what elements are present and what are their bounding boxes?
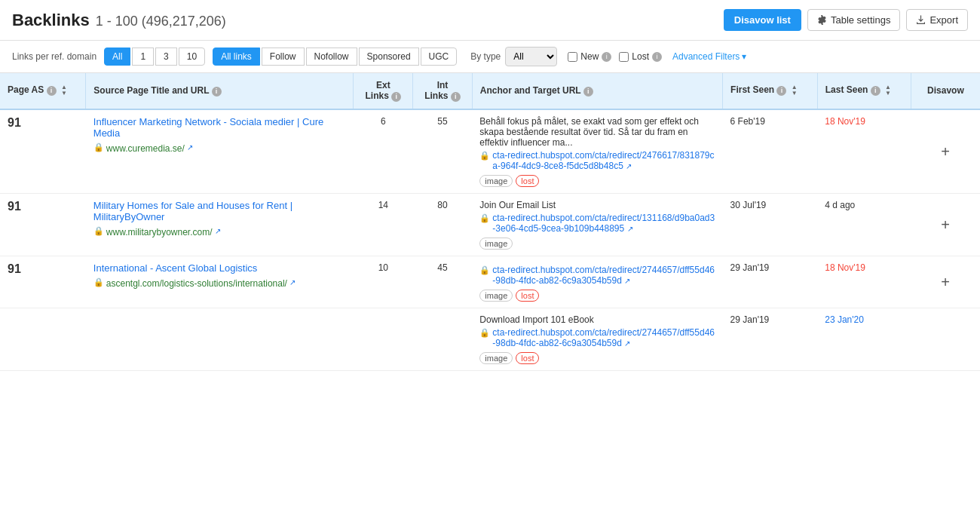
source-info-icon[interactable]: i bbox=[212, 87, 222, 97]
int-links-cell: 45 bbox=[413, 256, 473, 308]
header-count: 1 - 100 (496,217,206) bbox=[96, 14, 226, 29]
page-as-sort[interactable]: ▲▼ bbox=[61, 84, 67, 97]
first-seen-date: 6 Feb'19 bbox=[730, 116, 765, 127]
anchor-url: 🔒 cta-redirect.hubspot.com/cta/redirect/… bbox=[479, 265, 715, 286]
disavow-plus-button[interactable]: + bbox=[941, 217, 950, 232]
tag-lost: lost bbox=[516, 175, 539, 187]
source-title[interactable]: Military Homes for Sale and Houses for R… bbox=[93, 200, 346, 222]
links-per-ref-label: Links per ref. domain bbox=[12, 51, 96, 62]
int-links-info-icon[interactable]: i bbox=[451, 92, 461, 102]
link-type-nofollow-button[interactable]: Nofollow bbox=[306, 48, 357, 66]
first-seen-info-icon[interactable]: i bbox=[776, 86, 786, 96]
col-header-last-seen: Last Seen i ▲▼ bbox=[817, 73, 911, 109]
chevron-down-icon: ▾ bbox=[742, 51, 746, 62]
disavow-cell: + bbox=[911, 109, 980, 194]
new-info-icon[interactable]: i bbox=[602, 52, 611, 62]
export-icon bbox=[916, 15, 926, 25]
last-seen-date: 18 Nov'19 bbox=[825, 262, 865, 273]
external-link-icon[interactable]: ↗ bbox=[187, 143, 193, 152]
first-seen-cell: 29 Jan'19 bbox=[723, 256, 818, 308]
anchor-link: cta-redirect.hubspot.com/cta/redirect/27… bbox=[492, 327, 715, 348]
page-as-cell: 91 bbox=[0, 193, 86, 256]
ext-links-info-icon[interactable]: i bbox=[391, 92, 401, 102]
int-links-cell-extra bbox=[413, 308, 473, 370]
source-url: 🔒 www.militarybyowner.com/ ↗ bbox=[93, 225, 346, 238]
external-link-icon[interactable]: ↗ bbox=[624, 277, 630, 285]
last-seen-info-icon[interactable]: i bbox=[871, 86, 880, 96]
per-ref-3-button[interactable]: 3 bbox=[155, 48, 177, 66]
lost-info-icon[interactable]: i bbox=[652, 52, 662, 62]
link-type-sponsored-button[interactable]: Sponsored bbox=[359, 48, 419, 66]
first-seen-date: 30 Jul'19 bbox=[730, 200, 767, 210]
tag-lost: lost bbox=[516, 352, 539, 364]
page-as-cell: 91 bbox=[0, 109, 86, 194]
external-link-icon[interactable]: ↗ bbox=[289, 278, 296, 287]
page-title: Backlinks bbox=[12, 11, 90, 30]
col-header-int-links: IntLinks i bbox=[413, 73, 473, 109]
anchor-domain[interactable]: cta-redirect.hubspot.com bbox=[492, 213, 592, 223]
disavow-plus-button[interactable]: + bbox=[941, 144, 950, 159]
external-link-icon[interactable]: ↗ bbox=[624, 339, 630, 348]
anchor-domain[interactable]: cta-redirect.hubspot.com bbox=[492, 265, 592, 275]
first-seen-cell-extra: 29 Jan'19 bbox=[723, 308, 818, 370]
header-right: Disavow list Table settings Export bbox=[724, 9, 968, 31]
by-type-select[interactable]: All Text Image Form Frame bbox=[505, 47, 557, 66]
source-url: 🔒 ascentgl.com/logistics-solutions/inter… bbox=[93, 276, 346, 289]
lock-icon: 🔒 bbox=[93, 143, 104, 152]
tag-group: imagelost bbox=[479, 290, 715, 302]
per-ref-1-button[interactable]: 1 bbox=[132, 48, 154, 66]
lost-checkbox[interactable] bbox=[619, 52, 629, 62]
external-link-icon[interactable]: ↗ bbox=[626, 162, 632, 170]
disavow-plus-button[interactable]: + bbox=[941, 274, 950, 290]
lost-label: Lost bbox=[632, 51, 649, 62]
per-ref-all-button[interactable]: All bbox=[104, 48, 130, 66]
source-cell-extra bbox=[86, 308, 354, 370]
table-row: 91 International - Ascent Global Logisti… bbox=[0, 256, 980, 308]
by-type-label: By type bbox=[470, 51, 501, 62]
source-url-link[interactable]: www.curemedia.se/ bbox=[106, 143, 185, 154]
link-type-all-button[interactable]: All links bbox=[213, 48, 260, 66]
anchor-info-icon[interactable]: i bbox=[583, 87, 593, 97]
page-as-cell: 91 bbox=[0, 256, 86, 308]
source-title[interactable]: International - Ascent Global Logistics bbox=[93, 262, 346, 274]
tag-image: image bbox=[479, 238, 513, 250]
filter-bar: Links per ref. domain All 1 3 10 All lin… bbox=[0, 41, 980, 73]
anchor-link: cta-redirect.hubspot.com/cta/redirect/27… bbox=[492, 265, 715, 286]
per-ref-10-button[interactable]: 10 bbox=[179, 48, 205, 66]
ext-links-cell: 14 bbox=[354, 193, 413, 256]
source-url-link[interactable]: www.militarybyowner.com/ bbox=[106, 227, 213, 238]
col-header-disavow: Disavow bbox=[911, 73, 980, 109]
col-header-page-as: Page AS i ▲▼ bbox=[0, 73, 86, 109]
tag-lost: lost bbox=[516, 290, 539, 302]
disavow-button[interactable]: Disavow list bbox=[724, 9, 801, 31]
lock-icon: 🔒 bbox=[479, 213, 490, 223]
anchor-domain[interactable]: cta-redirect.hubspot.com bbox=[492, 327, 592, 338]
lock-icon: 🔒 bbox=[93, 226, 104, 236]
external-link-icon[interactable]: ↗ bbox=[215, 227, 221, 235]
page-as-info-icon[interactable]: i bbox=[47, 86, 57, 96]
tag-group: imagelost bbox=[479, 175, 715, 187]
table-settings-label: Table settings bbox=[831, 14, 891, 26]
advanced-filters-button[interactable]: Advanced Filters ▾ bbox=[672, 51, 746, 62]
source-title[interactable]: Influencer Marketing Network - Sociala m… bbox=[93, 116, 346, 139]
first-seen-date: 29 Jan'19 bbox=[730, 262, 770, 273]
new-checkbox[interactable] bbox=[568, 52, 577, 62]
anchor-domain[interactable]: cta-redirect.hubspot.com bbox=[492, 150, 592, 161]
export-button[interactable]: Export bbox=[906, 9, 968, 31]
new-checkbox-label[interactable]: New i bbox=[568, 51, 611, 62]
anchor-cell: 🔒 cta-redirect.hubspot.com/cta/redirect/… bbox=[472, 256, 722, 308]
first-seen-sort[interactable]: ▲▼ bbox=[792, 84, 798, 97]
table-row: 91 Military Homes for Sale and Houses fo… bbox=[0, 193, 980, 256]
link-type-ugc-button[interactable]: UGC bbox=[421, 48, 458, 66]
gear-icon bbox=[817, 15, 827, 25]
tag-group: image bbox=[479, 238, 715, 250]
table-settings-button[interactable]: Table settings bbox=[807, 9, 901, 31]
tag-image: image bbox=[479, 175, 513, 187]
source-url-link[interactable]: ascentgl.com/logistics-solutions/interna… bbox=[106, 278, 287, 289]
lost-checkbox-label[interactable]: Lost i bbox=[619, 51, 662, 62]
external-link-icon[interactable]: ↗ bbox=[627, 225, 633, 233]
anchor-url: 🔒 cta-redirect.hubspot.com/cta/redirect/… bbox=[479, 213, 715, 234]
last-seen-cell: 4 d ago bbox=[817, 193, 911, 256]
link-type-follow-button[interactable]: Follow bbox=[262, 48, 305, 66]
last-seen-sort[interactable]: ▲▼ bbox=[885, 84, 891, 97]
